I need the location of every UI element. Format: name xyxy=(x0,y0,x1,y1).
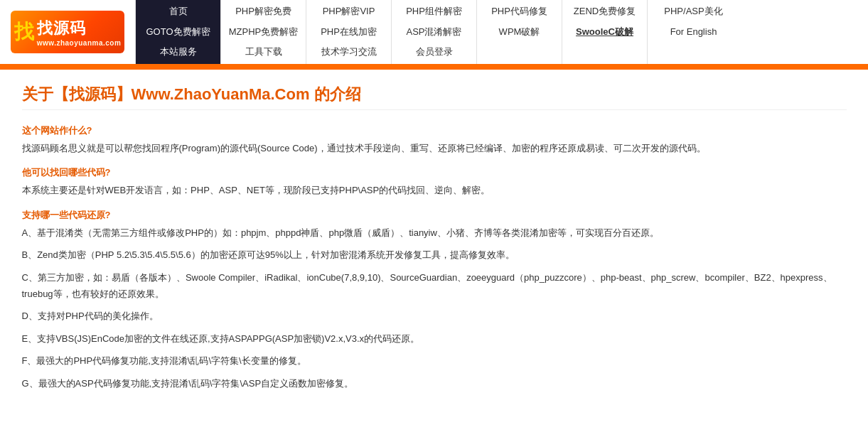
support-item-b: B、Zend类加密（PHP 5.2\5.3\5.4\5.5\5.6）的加密还原可… xyxy=(22,247,847,263)
nav-link-home[interactable]: 首页 xyxy=(136,1,220,22)
section-what-title: 这个网站作什么? xyxy=(22,124,847,137)
section-which-code-body: 本系统主要还是针对WEB开发语言，如：PHP、ASP、NET等，现阶段已支持PH… xyxy=(22,182,847,198)
section-support-body: A、基于混淆类（无需第三方组件或修改PHP的）如：phpjm、phppd神盾、p… xyxy=(22,225,847,392)
nav-link-zend-free[interactable]: ZEND免费修复 xyxy=(562,1,647,22)
support-item-e: E、支持VBS(JS)EnCode加密的文件在线还原,支持ASPAPPG(ASP… xyxy=(22,330,847,347)
page-title: 关于【找源码】Www.ZhaoYuanMa.Com 的介绍 xyxy=(22,84,847,110)
nav-link-php-component[interactable]: PHP组件解密 xyxy=(392,1,476,22)
nav-link-for-english[interactable]: For English xyxy=(648,22,739,43)
nav-link-php-repair[interactable]: PHP代码修复 xyxy=(477,1,562,22)
nav-col-php-vip: PHP解密VIP PHP在线加密 技术学习交流 xyxy=(306,0,391,64)
section-support: 支持哪一些代码还原? A、基于混淆类（无需第三方组件或修改PHP的）如：phpj… xyxy=(22,209,847,392)
nav-link-php-online-encrypt[interactable]: PHP在线加密 xyxy=(306,22,391,43)
nav-link-php-vip[interactable]: PHP解密VIP xyxy=(306,1,391,22)
main-nav: 首页 GOTO免费解密 本站服务 PHP解密免费 MZPHP免费解密 工具下载 … xyxy=(135,0,868,64)
logo-text-sub: www.zhaoyuanma.com xyxy=(37,39,122,47)
logo-icon: 找 xyxy=(14,18,34,45)
nav-col-php-component: PHP组件解密 ASP混淆解密 会员登录 xyxy=(391,0,476,64)
support-item-g: G、最强大的ASP代码修复功能,支持混淆\乱码\字符集\ASP自定义函数加密修复… xyxy=(22,375,847,392)
section-which-code-title: 他可以找回哪些代码? xyxy=(22,166,847,179)
support-item-f: F、最强大的PHP代码修复功能,支持混淆\乱码\字符集\长变量的修复。 xyxy=(22,352,847,369)
support-item-d: D、支持对PHP代码的美化操作。 xyxy=(22,308,847,324)
nav-link-swoolec[interactable]: SwooleC破解 xyxy=(562,22,647,43)
logo: 找 找源码 www.zhaoyuanma.com xyxy=(11,11,124,53)
nav-col-home: 首页 GOTO免费解密 本站服务 xyxy=(135,0,220,64)
nav-link-wpm[interactable]: WPM破解 xyxy=(477,22,562,43)
logo-text-main: 找源码 xyxy=(37,18,122,39)
nav-col-zend: ZEND免费修复 SwooleC破解 - xyxy=(562,0,647,64)
section-which-code: 他可以找回哪些代码? 本系统主要还是针对WEB开发语言，如：PHP、ASP、NE… xyxy=(22,166,847,198)
section-what: 这个网站作什么? 找源码顾名思义就是可以帮您找回程序(Program)的源代码(… xyxy=(22,124,847,156)
orange-bar xyxy=(0,64,868,70)
nav-link-mzphp[interactable]: MZPHP免费解密 xyxy=(221,22,306,43)
nav-col-php-repair: PHP代码修复 WPM破解 - xyxy=(476,0,562,64)
nav-link-tech-exchange[interactable]: 技术学习交流 xyxy=(306,42,391,63)
nav-link-goto[interactable]: GOTO免费解密 xyxy=(136,22,220,43)
nav-link-tools[interactable]: 工具下载 xyxy=(221,42,306,63)
nav-link-member-login[interactable]: 会员登录 xyxy=(392,42,476,63)
nav-link-asp-obfuscate[interactable]: ASP混淆解密 xyxy=(392,22,476,43)
nav-link-php-asp-beautify[interactable]: PHP/ASP美化 xyxy=(648,1,739,22)
nav-col-php-free: PHP解密免费 MZPHP免费解密 工具下载 xyxy=(220,0,306,64)
nav-col-php-asp: PHP/ASP美化 For English - xyxy=(647,0,739,64)
logo-area: 找 找源码 www.zhaoyuanma.com xyxy=(0,0,135,64)
nav-link-php-decode-free[interactable]: PHP解密免费 xyxy=(221,1,306,22)
support-item-a: A、基于混淆类（无需第三方组件或修改PHP的）如：phpjm、phppd神盾、p… xyxy=(22,225,847,241)
section-support-title: 支持哪一些代码还原? xyxy=(22,209,847,222)
nav-link-service[interactable]: 本站服务 xyxy=(136,42,220,63)
support-item-c: C、第三方加密，如：易盾（各版本）、Swoole Compiler、iRadik… xyxy=(22,269,847,303)
header: 找 找源码 www.zhaoyuanma.com 首页 GOTO免费解密 本站服… xyxy=(0,0,868,64)
section-what-body: 找源码顾名思义就是可以帮您找回程序(Program)的源代码(Source Co… xyxy=(22,140,847,156)
content-area: 关于【找源码】Www.ZhaoYuanMa.Com 的介绍 这个网站作什么? 找… xyxy=(8,70,861,416)
